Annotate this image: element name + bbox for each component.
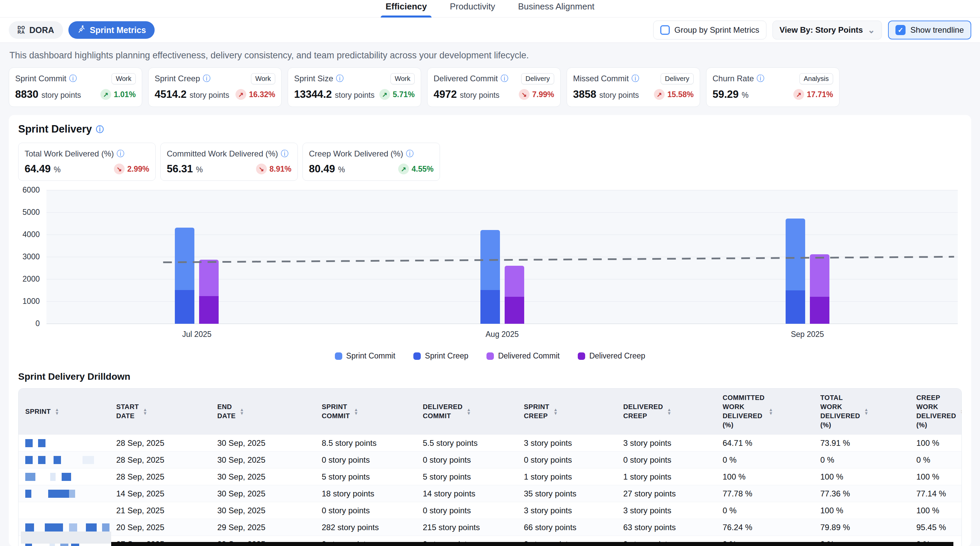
column-header-committed-work-delivered[interactable]: COMMITTED WORK DELIVERED (%)▲▼ [716,388,814,434]
cell-committed_pct: 0 % [716,506,814,515]
stacked-bar[interactable] [199,260,219,324]
sort-icon[interactable]: ▲▼ [864,408,869,415]
bar-segment-delivered-creep[interactable] [199,296,219,324]
column-header-sprint-commit[interactable]: SPRINT COMMIT▲▼ [315,398,416,425]
sort-icon[interactable]: ▲▼ [240,408,244,415]
bar-segment-sprint-commit[interactable] [175,228,194,290]
redacted-sprint-name [69,524,77,532]
trend-delta: ↘ 8.91% [256,164,291,174]
sprint-metrics-pill[interactable]: Sprint Metrics [68,21,155,39]
legend-item-delivered-commit[interactable]: Delivered Commit [487,351,560,361]
trendline-checkbox[interactable]: ✓ [896,25,905,35]
column-header-delivered-creep[interactable]: DELIVERED CREEP▲▼ [617,398,716,425]
table-row[interactable]: 28 Sep, 202530 Sep, 20250 story points0 … [19,451,961,468]
column-header-end-date[interactable]: END DATE▲▼ [210,398,315,425]
dora-pill[interactable]: DORA DORA [9,21,63,39]
bar-group-jul-2025[interactable] [175,228,219,324]
cell-start: 21 Sep, 2025 [110,506,210,515]
runner-icon [77,25,86,35]
cell-creep_pct: 100 % [910,506,961,515]
bar-segment-delivered-commit[interactable] [810,254,829,297]
cell-committed_pct: 64.71 % [716,438,814,448]
bar-group-sep-2025[interactable] [786,219,829,324]
sort-icon[interactable]: ▲▼ [466,408,471,415]
column-header-sprint-creep[interactable]: SPRINT CREEP▲▼ [517,398,617,425]
x-axis-label: Sep 2025 [791,330,824,339]
legend-item-delivered-creep[interactable]: Delivered Creep [578,351,645,361]
bar-segment-delivered-creep[interactable] [810,297,829,324]
bar-segment-sprint-creep[interactable] [786,291,805,324]
legend-label: Delivered Commit [498,351,560,361]
trend-arrow-icon: ↘ [114,164,125,174]
trend-delta-value: 2.99% [127,164,149,174]
sort-icon[interactable]: ▲▼ [667,408,671,415]
metric-title: Sprint Creep ⓘ [154,73,210,84]
cell-total_pct: 0 % [814,455,910,465]
metric-card: Churn Rate ⓘ Analysis 59.29 % ↗ 17.71% [706,67,840,107]
table-row[interactable]: 21 Sep, 202530 Sep, 20250 story points0 … [19,502,961,519]
stacked-bar[interactable] [505,266,524,324]
column-header-start-date[interactable]: START DATE▲▼ [110,398,210,425]
redacted-sprint-name [25,473,35,481]
table-row[interactable]: 28 Sep, 202530 Sep, 20255 story points5 … [19,468,961,485]
tab-business-alignment[interactable]: Business Alignment [517,0,596,17]
cell-sprint [19,452,110,468]
bar-segment-sprint-creep[interactable] [175,290,194,324]
cell-delivered_commit: 0 story points [416,506,517,515]
redacted-sprint-name [54,456,61,464]
sort-icon[interactable]: ▲▼ [143,408,147,415]
info-icon[interactable]: ⓘ [203,73,210,84]
show-trendline-toggle[interactable]: ✓ Show trendline [888,21,971,40]
column-header-creep-work-delivered[interactable]: CREEP WORK DELIVERED (%)▲▼ [910,388,962,434]
sort-icon[interactable]: ▲▼ [354,408,358,415]
bar-segment-sprint-commit[interactable] [480,230,500,290]
info-icon[interactable]: ⓘ [501,73,508,84]
info-icon[interactable]: ⓘ [757,73,764,84]
info-icon[interactable]: ⓘ [281,148,288,159]
group-by-toggle[interactable]: Group by Sprint Metrics [653,21,767,40]
bar-segment-delivered-commit[interactable] [505,266,524,297]
legend-item-sprint-creep[interactable]: Sprint Creep [414,351,468,361]
bar-group-aug-2025[interactable] [480,230,524,324]
sort-icon[interactable]: ▲▼ [55,408,59,415]
horizontal-scrollbar[interactable] [111,542,953,546]
metric-title: Sprint Size ⓘ [294,73,344,84]
bar-segment-sprint-creep[interactable] [480,290,500,324]
table-row[interactable]: 28 Sep, 202530 Sep, 20258.5 story points… [19,434,961,451]
trend-delta: ↘ 7.99% [519,89,554,100]
sort-icon[interactable]: ▲▼ [769,408,773,415]
tab-productivity[interactable]: Productivity [449,0,496,17]
info-icon[interactable]: ⓘ [96,124,104,134]
stacked-bar[interactable] [810,254,829,324]
column-header-total-work-delivered[interactable]: TOTAL WORK DELIVERED (%)▲▼ [814,388,910,434]
column-header-sprint[interactable]: SPRINT▲▼ [19,402,110,421]
cell-total_pct: 73.91 % [814,438,910,448]
metric-title: Churn Rate ⓘ [713,73,764,84]
bar-segment-delivered-commit[interactable] [199,260,219,296]
bar-segment-delivered-creep[interactable] [505,297,524,324]
table-row[interactable]: 20 Sep, 202529 Sep, 2025282 story points… [19,519,961,536]
stacked-bar[interactable] [786,219,805,324]
stacked-bar[interactable] [480,230,500,324]
info-icon[interactable]: ⓘ [69,73,77,84]
cell-sprint_creep: 0 story points [517,455,617,465]
info-icon[interactable]: ⓘ [631,73,639,84]
bar-segment-sprint-commit[interactable] [786,219,805,291]
info-icon[interactable]: ⓘ [336,73,344,84]
sort-icon[interactable]: ▲▼ [960,408,962,415]
info-icon[interactable]: ⓘ [406,148,414,159]
stacked-bar[interactable] [175,228,194,324]
section-title: Sprint Delivery [18,123,92,135]
sort-icon[interactable]: ▲▼ [554,408,558,415]
view-by-dropdown[interactable]: View By: Story Points ⌄ [773,21,882,40]
cell-creep_pct: 95.45 % [910,523,961,532]
tab-efficiency[interactable]: Efficiency [384,0,428,17]
group-by-checkbox[interactable] [660,25,670,35]
column-header-delivered-commit[interactable]: DELIVERED COMMIT▲▼ [416,398,517,425]
trend-arrow-icon: ↘ [256,164,267,174]
legend-item-sprint-commit[interactable]: Sprint Commit [335,351,396,361]
info-icon[interactable]: ⓘ [116,148,124,159]
column-label: SPRINT COMMIT [322,402,350,421]
table-row[interactable]: 14 Sep, 202530 Sep, 202518 story points1… [19,485,961,502]
cell-delivered_commit: 5.5 story points [416,438,517,448]
